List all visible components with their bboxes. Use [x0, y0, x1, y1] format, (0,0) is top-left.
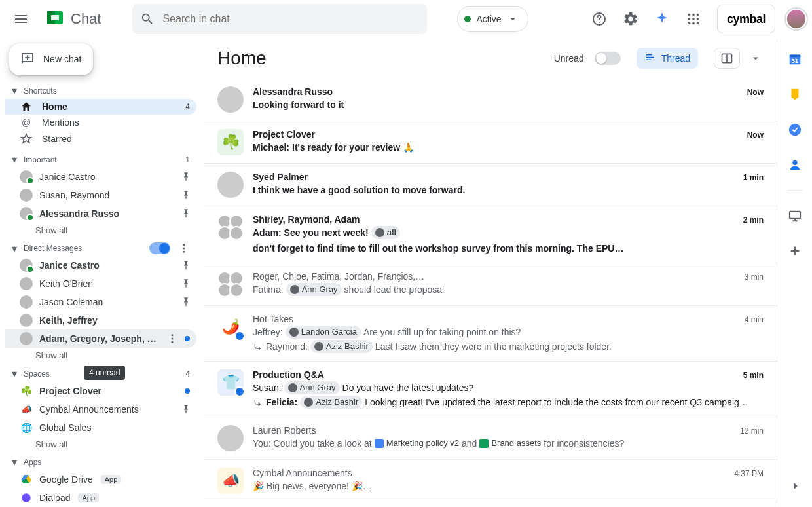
thread-body: Hot Takes4 minJeffrey: Landon Garcia Are… — [253, 314, 764, 353]
rail-calendar[interactable]: 31 — [782, 46, 808, 72]
mention-chip[interactable]: all — [371, 226, 400, 239]
thread-filter-chip[interactable]: Thread — [637, 48, 698, 69]
unread-dot-icon — [185, 336, 190, 341]
nav-home[interactable]: Home 4 — [5, 99, 196, 115]
dm-item[interactable]: Keith, Jeffrey — [5, 311, 196, 329]
nav-starred[interactable]: Starred — [5, 130, 196, 146]
important-item[interactable]: Susan, Raymond — [5, 186, 196, 204]
apps-button[interactable] — [680, 6, 707, 32]
important-show-all[interactable]: Show all — [5, 223, 196, 240]
svg-rect-26 — [789, 212, 800, 219]
rail-tasks[interactable] — [782, 117, 808, 143]
space-item[interactable]: ☘️Project Clover — [5, 382, 196, 400]
thread-row[interactable]: Roger, Chloe, Fatima, Jordan, Françios,…… — [204, 263, 777, 306]
space-item[interactable]: 🌐Global Sales — [5, 419, 196, 437]
app-icon — [20, 491, 33, 504]
app-name: Chat — [71, 10, 101, 28]
status-chip[interactable]: Active — [457, 6, 528, 32]
rail-add[interactable] — [782, 238, 808, 264]
important-item[interactable]: Janice Castro — [5, 168, 196, 186]
thread-row[interactable]: Syed Palmer1 minI think we have a good s… — [204, 164, 777, 206]
mention-avatar-icon — [288, 383, 297, 392]
mention-chip[interactable]: Landon Garcia — [286, 326, 361, 339]
sheet-chip[interactable]: Brand assets — [479, 437, 541, 450]
space-item[interactable]: 📣Cymbal Announcements — [5, 400, 196, 419]
thread-row[interactable]: ☘️Project CloverNowMichael: It's ready f… — [204, 121, 777, 164]
snippet-text: I think we have a good solution to move … — [253, 183, 465, 197]
mention-chip[interactable]: Aziz Bashir — [310, 340, 373, 353]
status-text: Active — [476, 14, 501, 24]
thread-time: 4:37 PM — [734, 469, 764, 478]
dm-toggle[interactable] — [149, 242, 170, 254]
snippet-prefix: Fatima: — [253, 283, 284, 296]
thread-row[interactable]: Lauren Roberts12 minYou: Could you take … — [204, 417, 777, 460]
app-item[interactable]: DialpadApp — [5, 489, 196, 507]
account-avatar[interactable] — [786, 9, 807, 29]
search-bar[interactable] — [132, 4, 427, 34]
gear-icon — [623, 11, 638, 27]
mention-chip[interactable]: Ann Gray — [284, 381, 340, 394]
rail-contacts[interactable] — [782, 152, 808, 178]
important-item[interactable]: Alessandra Russo — [5, 204, 196, 223]
nav-mentions[interactable]: @ Mentions — [5, 115, 196, 130]
chat-logo-icon — [42, 6, 68, 32]
snippet-text: Last I saw them they were in the marketi… — [375, 340, 612, 353]
thread-row[interactable]: 🎩Team announcements3:22 PMLarry: We're h… — [204, 502, 777, 507]
spaces-show-all[interactable]: Show all — [5, 437, 196, 455]
thread-row[interactable]: Alessandra RussoNowLooking forward to it — [204, 79, 777, 121]
thread-avatar — [217, 86, 244, 113]
pin-icon — [181, 172, 191, 182]
new-chat-button[interactable]: New chat — [9, 43, 93, 75]
help-button[interactable] — [586, 6, 612, 32]
dm-item[interactable]: Jason Coleman — [5, 293, 196, 311]
dm-item[interactable]: Adam, Gregory, Joseph, Janice — [5, 329, 196, 348]
chevron-down-icon — [507, 13, 519, 25]
doc-chip[interactable]: Marketing policy v2 — [375, 437, 459, 450]
snippet-prefix: You: — [253, 437, 271, 450]
thread-list: Alessandra RussoNowLooking forward to it… — [204, 79, 777, 507]
section-dm-header[interactable]: ▾ Direct Messages — [5, 240, 196, 256]
rail-whiteboard[interactable] — [782, 202, 808, 229]
section-apps-header[interactable]: ▾ Apps — [5, 455, 196, 470]
caret-down-icon: ▾ — [9, 243, 20, 254]
calendar-icon: 31 — [788, 52, 802, 66]
dm-item[interactable]: Janice Castro — [5, 256, 196, 274]
rail-keep[interactable] — [782, 81, 808, 107]
avatar — [20, 295, 33, 309]
thread-row[interactable]: 📣Cymbal Announcements4:37 PM🎉 Big news, … — [204, 460, 777, 502]
mention-chip[interactable]: Aziz Bashir — [300, 396, 362, 409]
menu-button[interactable] — [5, 3, 37, 35]
mention-chip[interactable]: Ann Gray — [286, 283, 342, 296]
section-important-header[interactable]: ▾ Important 1 — [5, 152, 196, 168]
pin-icon — [181, 208, 191, 219]
mention-avatar-icon — [289, 328, 299, 337]
settings-button[interactable] — [618, 6, 644, 32]
rail-collapse[interactable] — [782, 473, 808, 499]
space-name: Cymbal Announcements — [39, 404, 174, 415]
app-logo[interactable]: Chat — [42, 6, 101, 32]
sheet-icon — [479, 439, 489, 448]
new-chat-label: New chat — [43, 54, 81, 64]
svg-point-9 — [697, 18, 699, 20]
view-options-button[interactable] — [748, 48, 764, 69]
svg-point-13 — [183, 244, 185, 246]
section-shortcuts-header[interactable]: ▾ Shortcuts — [5, 83, 196, 99]
apps-grid-icon — [686, 12, 701, 26]
thread-snippet: You: Could you take a look at Marketing … — [253, 437, 764, 450]
thread-row[interactable]: Shirley, Raymond, Adam2 minAdam: See you… — [204, 206, 777, 263]
more-vert-icon[interactable] — [178, 242, 190, 254]
more-vert-icon[interactable] — [166, 333, 178, 345]
svg-point-4 — [688, 14, 691, 16]
view-toggle-button[interactable] — [714, 48, 740, 69]
dm-item[interactable]: Keith O'Brien — [5, 274, 196, 293]
gemini-button[interactable] — [649, 6, 675, 32]
app-item[interactable]: Google DriveApp — [5, 470, 196, 489]
thread-row[interactable]: 👕Production Q&A5 minSusan: Ann Gray Do y… — [204, 362, 777, 417]
thread-row[interactable]: 🌶️Hot Takes4 minJeffrey: Landon Garcia A… — [204, 306, 777, 362]
dm-show-all[interactable]: Show all — [5, 348, 196, 366]
search-input[interactable] — [162, 13, 419, 25]
workspace-brand[interactable]: cymbal — [717, 5, 775, 33]
space-emoji-icon: ☘️ — [20, 385, 33, 398]
help-icon — [591, 11, 607, 27]
unread-filter-toggle[interactable] — [595, 52, 621, 65]
